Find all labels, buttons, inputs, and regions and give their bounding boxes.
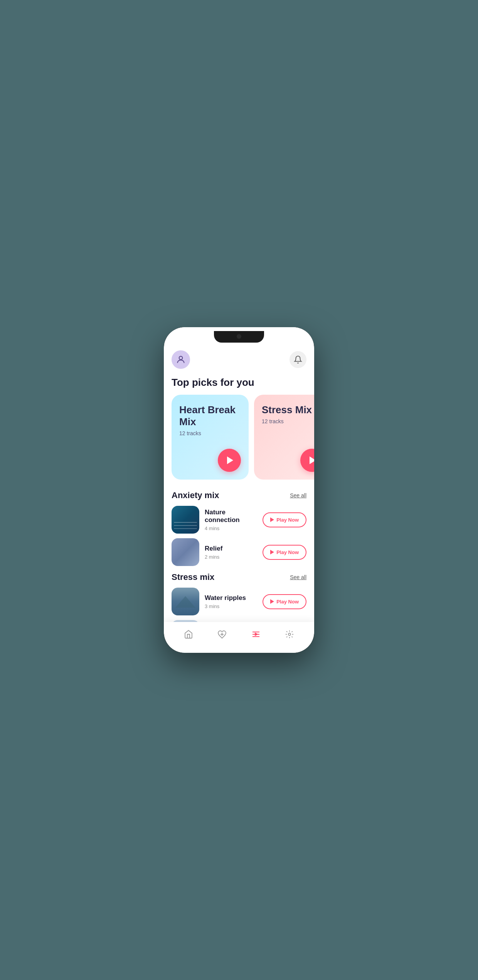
notification-button[interactable] <box>289 351 306 368</box>
track-name: Relief <box>205 545 257 553</box>
pick-card-stress[interactable]: Stress Mix 12 tracks <box>254 395 314 480</box>
stress-see-all[interactable]: See all <box>290 574 306 580</box>
nav-item-settings[interactable] <box>278 626 301 642</box>
anxiety-section-title: Anxiety mix <box>172 490 219 500</box>
pick-card-heartbreak-title: Heart Break Mix <box>179 404 241 428</box>
track-name: Water ripples <box>205 594 257 602</box>
header <box>164 344 314 373</box>
anxiety-see-all[interactable]: See all <box>290 492 306 498</box>
pick-card-heartbreak-tracks: 12 tracks <box>179 430 241 436</box>
pick-card-stress-play[interactable] <box>300 449 314 472</box>
pick-card-stress-info: Stress Mix 12 tracks <box>262 404 314 449</box>
phone-frame: Top picks for you Heart Break Mix 12 tra… <box>164 327 314 653</box>
stress-section-title: Stress mix <box>172 572 214 582</box>
stress-section-header: Stress mix See all <box>164 569 314 588</box>
list-item: Water ripples 3 mins Play Now <box>172 588 306 615</box>
pick-card-stress-tracks: 12 tracks <box>262 418 314 424</box>
health-icon <box>217 629 227 639</box>
list-item: Nature connection 4 mins Play Now <box>172 506 306 534</box>
thumb-img <box>172 538 199 566</box>
phone-screen: Top picks for you Heart Break Mix 12 tra… <box>164 327 314 653</box>
wave <box>174 525 197 526</box>
track-duration: 3 mins <box>205 603 257 609</box>
pick-card-heartbreak[interactable]: Heart Break Mix 12 tracks <box>172 395 249 480</box>
play-now-button[interactable]: Play Now <box>263 594 306 609</box>
play-now-button[interactable]: Play Now <box>263 512 306 527</box>
anxiety-track-list: Nature connection 4 mins Play Now Relie <box>164 506 314 566</box>
track-name: Nature connection <box>205 509 257 524</box>
nav-item-health[interactable] <box>211 626 233 642</box>
thumb-img <box>172 506 199 534</box>
track-duration: 4 mins <box>205 525 257 531</box>
settings-icon <box>284 629 295 639</box>
nav-item-play[interactable] <box>245 626 267 642</box>
track-duration: 2 mins <box>205 554 257 560</box>
top-picks-scroll[interactable]: Heart Break Mix 12 tracks Stress Mix 12 … <box>164 395 314 487</box>
pick-card-info: Heart Break Mix 12 tracks <box>179 404 241 449</box>
track-info: Water ripples 3 mins <box>205 594 257 609</box>
play-now-button[interactable]: Play Now <box>263 545 306 560</box>
bottom-nav <box>164 622 314 653</box>
notch <box>214 331 264 343</box>
home-icon <box>183 629 194 639</box>
pick-card-stress-title: Stress Mix <box>262 404 314 416</box>
top-picks-title: Top picks for you <box>164 373 314 395</box>
avatar[interactable] <box>172 350 190 369</box>
track-info: Relief 2 mins <box>205 545 257 560</box>
main-scroll[interactable]: Top picks for you Heart Break Mix 12 tra… <box>164 344 314 653</box>
play-queue-icon <box>251 629 261 639</box>
track-info: Nature connection 4 mins <box>205 509 257 531</box>
thumb-img <box>172 588 199 615</box>
status-bar <box>164 327 314 344</box>
svg-point-5 <box>288 633 291 635</box>
track-thumb-relief <box>172 538 199 566</box>
nav-item-home[interactable] <box>177 626 200 642</box>
wave <box>174 522 197 523</box>
track-thumb-nature <box>172 506 199 534</box>
wave <box>174 528 197 529</box>
list-item: Relief 2 mins Play Now <box>172 538 306 566</box>
svg-point-0 <box>179 356 183 360</box>
anxiety-section-header: Anxiety mix See all <box>164 487 314 506</box>
track-thumb-water <box>172 588 199 615</box>
pick-card-heartbreak-play[interactable] <box>218 449 241 472</box>
svg-marker-4 <box>255 633 258 635</box>
